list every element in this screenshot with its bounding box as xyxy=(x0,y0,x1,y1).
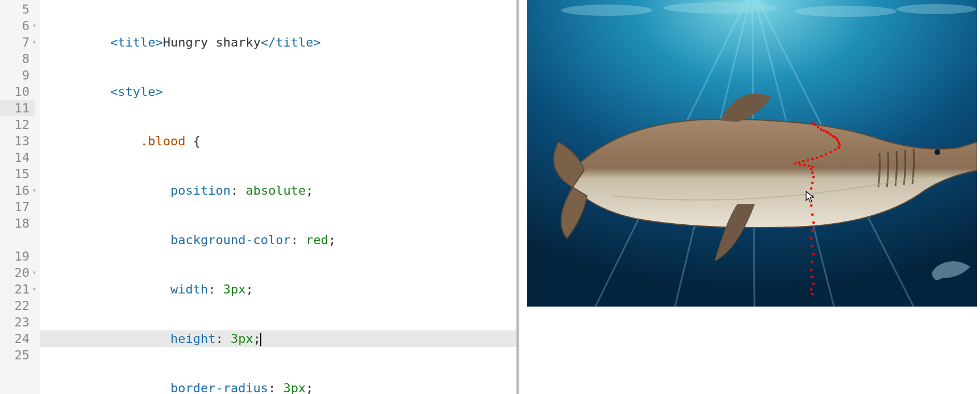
code-line: <style> xyxy=(40,83,516,100)
code-text-area[interactable]: <title>Hungry sharky</title> <style> .bl… xyxy=(40,1,516,394)
code-line-active: height: 3px; xyxy=(40,330,516,347)
svg-point-10 xyxy=(935,149,940,155)
code-line: background-color: red; xyxy=(40,232,516,248)
code-line: <title>Hungry sharky</title> xyxy=(40,34,516,51)
shark-image xyxy=(527,0,977,307)
mouse-cursor-icon xyxy=(806,191,815,203)
preview-document[interactable] xyxy=(527,0,980,307)
code-line: .blood { xyxy=(40,133,516,149)
code-editor-pane[interactable]: 56▾7▾8910111213141516▾1718 1920▾21▾22232… xyxy=(0,0,519,394)
preview-pane[interactable] xyxy=(519,0,980,394)
svg-point-6 xyxy=(561,5,652,16)
code-line: position: absolute; xyxy=(40,182,516,199)
code-line: border-radius: 3px; xyxy=(40,380,516,394)
svg-point-7 xyxy=(664,2,777,14)
svg-point-8 xyxy=(794,6,896,17)
code-line: width: 3px; xyxy=(40,281,516,297)
svg-point-9 xyxy=(896,4,976,14)
text-cursor xyxy=(260,333,261,346)
line-number-gutter: 56▾7▾8910111213141516▾1718 1920▾21▾22232… xyxy=(0,0,40,394)
